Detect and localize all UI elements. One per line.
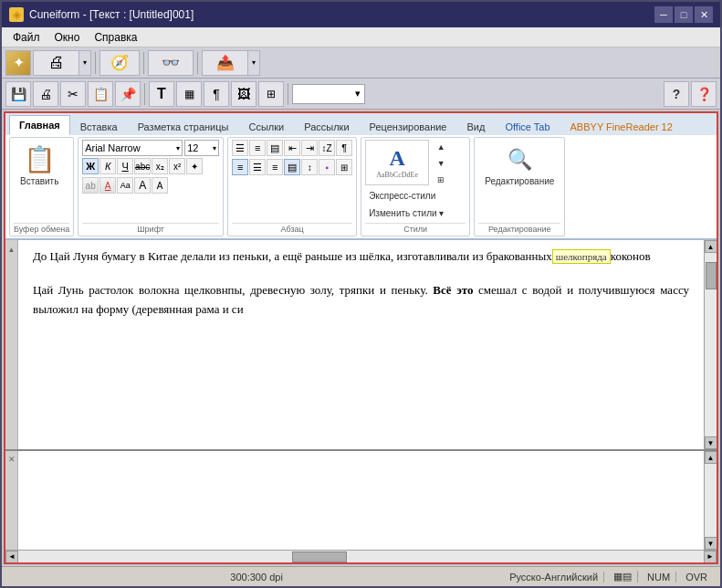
- italic-button[interactable]: К: [99, 158, 116, 174]
- tab-references[interactable]: Ссылки: [238, 117, 294, 135]
- align-left-button[interactable]: ≡: [232, 159, 248, 175]
- menu-window[interactable]: Окно: [47, 29, 88, 46]
- decrease-indent-button[interactable]: ⇤: [284, 140, 300, 156]
- scroll-thumb[interactable]: [706, 262, 717, 289]
- increase-indent-button[interactable]: ⇥: [301, 140, 318, 156]
- minimize-button[interactable]: ─: [654, 6, 673, 23]
- status-language: Русско-Английский: [504, 572, 604, 583]
- shading-button[interactable]: ▪: [319, 159, 335, 175]
- menu-bar: Файл Окно Справка: [2, 27, 720, 47]
- tab-page-layout[interactable]: Разметка страницы: [128, 117, 239, 135]
- print-button[interactable]: 🖨: [33, 81, 58, 107]
- export-dropdown-arrow[interactable]: ▾: [247, 50, 260, 76]
- h-scroll-thumb[interactable]: [292, 551, 347, 562]
- underline-button[interactable]: Ч: [117, 158, 133, 174]
- status-ovr: OVR: [680, 572, 713, 583]
- grid-button[interactable]: ⊞: [258, 81, 284, 107]
- paragraph-content: ☰ ≡ ▤ ⇤ ⇥ ↕Z ¶ ≡ ☰ ≡: [232, 140, 352, 221]
- help-button[interactable]: ?: [664, 81, 689, 107]
- scroll-track[interactable]: [705, 253, 717, 436]
- sort-button[interactable]: ↕Z: [319, 140, 335, 156]
- scroll-down-button[interactable]: ▼: [705, 436, 717, 449]
- multilevel-list-button[interactable]: ▤: [267, 140, 283, 156]
- second-panel-content[interactable]: [18, 451, 704, 550]
- horizontal-scrollbar: ◄ ►: [5, 550, 717, 562]
- tab-insert[interactable]: Вставка: [70, 117, 128, 135]
- editing-big-button[interactable]: 🔍 Редактирование: [478, 140, 560, 191]
- paste-button[interactable]: 📌: [115, 81, 141, 107]
- copy-button[interactable]: 📋: [88, 81, 113, 107]
- separator-4: [144, 83, 145, 105]
- window-title: Cuneiform - [Текст : [Untitled]001]: [29, 8, 194, 21]
- view-combo[interactable]: ▾: [292, 84, 365, 104]
- second-scroll-down-button[interactable]: ▼: [705, 537, 717, 550]
- align-row: ≡ ☰ ≡ ▤ ↕ ▪ ⊞: [232, 159, 352, 175]
- paste-big-button[interactable]: 📋 Вставить: [14, 140, 65, 191]
- bold-button[interactable]: Ж: [82, 158, 99, 174]
- second-scroll-track[interactable]: [705, 464, 717, 537]
- font-case-button[interactable]: Aa: [117, 177, 133, 194]
- star-button[interactable]: ✦: [5, 50, 31, 76]
- clear-format-button[interactable]: ✦: [186, 158, 203, 174]
- image-button[interactable]: 🖼: [231, 81, 256, 107]
- styles-more[interactable]: ⊞: [433, 173, 449, 187]
- tab-view[interactable]: Вид: [457, 117, 496, 135]
- line-spacing-button[interactable]: ↕: [301, 159, 318, 175]
- font-content: Arial Narrow ▾ 12 ▾ Ж К Ч: [82, 140, 219, 221]
- superscript-button[interactable]: x²: [169, 158, 185, 174]
- tab-office-tab[interactable]: Office Tab: [495, 117, 560, 135]
- glasses-button[interactable]: 👓: [148, 50, 194, 76]
- tab-review[interactable]: Рецензирование: [360, 117, 457, 135]
- borders-button[interactable]: ⊞: [336, 159, 352, 175]
- styles-scroll-up[interactable]: ▲: [433, 140, 449, 154]
- font-name-selector[interactable]: Arial Narrow ▾: [82, 140, 183, 156]
- menu-file[interactable]: Файл: [5, 29, 47, 46]
- close-button[interactable]: ✕: [695, 6, 713, 23]
- second-side-marker: ✕: [5, 451, 18, 550]
- numbered-list-button[interactable]: ≡: [249, 140, 266, 156]
- change-styles-button[interactable]: Изменить стили ▾: [365, 205, 466, 221]
- tab-home[interactable]: Главная: [9, 115, 70, 135]
- styles-scroll-down[interactable]: ▼: [433, 156, 449, 171]
- paragraph-button[interactable]: ¶: [204, 81, 229, 107]
- tab-mailings[interactable]: Рассылки: [294, 117, 359, 135]
- shrink-font-button[interactable]: A: [152, 177, 168, 194]
- second-scroll-up-button[interactable]: ▲: [705, 451, 717, 464]
- menu-help[interactable]: Справка: [87, 29, 144, 46]
- highlight-button[interactable]: ab: [82, 177, 99, 194]
- scroll-right-button[interactable]: ►: [704, 551, 717, 563]
- window-controls: ─ □ ✕: [654, 6, 713, 23]
- tab-abbyy[interactable]: ABBYY FineReader 12: [560, 117, 683, 135]
- compass-button[interactable]: 🧭: [99, 50, 140, 76]
- editing-label: Редактирование: [485, 176, 554, 186]
- font-size-selector[interactable]: 12 ▾: [184, 140, 219, 156]
- h-scroll-track[interactable]: [18, 551, 704, 562]
- justify-button[interactable]: ▤: [284, 159, 300, 175]
- editing-group: 🔍 Редактирование Редактирование: [474, 137, 565, 236]
- scroll-left-button[interactable]: ◄: [5, 551, 18, 563]
- scan-dropdown-arrow[interactable]: ▾: [78, 50, 91, 76]
- help2-button[interactable]: ❓: [691, 81, 717, 107]
- strikethrough-button[interactable]: abc: [134, 158, 151, 174]
- show-marks-button[interactable]: ¶: [336, 140, 352, 156]
- subscript-button[interactable]: x₂: [152, 158, 168, 174]
- scan-button[interactable]: 🖨: [33, 50, 78, 76]
- word-text-area[interactable]: До Цай Луня бумагу в Китае делали из пен…: [18, 240, 704, 449]
- export-button[interactable]: 📤: [202, 50, 247, 76]
- text-para-2a: Цай Лунь растолок волокна щелковнпы, дре…: [33, 283, 433, 297]
- bold-text-button[interactable]: T: [149, 81, 174, 107]
- scroll-up-button[interactable]: ▲: [705, 240, 717, 253]
- styles-label: Стили: [365, 223, 466, 234]
- style-express-preview[interactable]: A AaBbCcDdEe: [365, 140, 429, 185]
- bullet-list-button[interactable]: ☰: [232, 140, 248, 156]
- text-block-2: Цай Лунь растолок волокна щелковнпы, дре…: [33, 281, 689, 320]
- font-color-button[interactable]: A: [99, 177, 116, 194]
- align-right-button[interactable]: ≡: [267, 159, 283, 175]
- save-button[interactable]: 💾: [5, 81, 31, 107]
- cut-button[interactable]: ✂: [60, 81, 86, 107]
- maximize-button[interactable]: □: [675, 6, 693, 23]
- align-center-button[interactable]: ☰: [249, 159, 266, 175]
- grow-font-button[interactable]: A: [134, 177, 151, 194]
- express-styles-button[interactable]: Экспресс-стили: [365, 187, 466, 204]
- table-button[interactable]: ▦: [176, 81, 202, 107]
